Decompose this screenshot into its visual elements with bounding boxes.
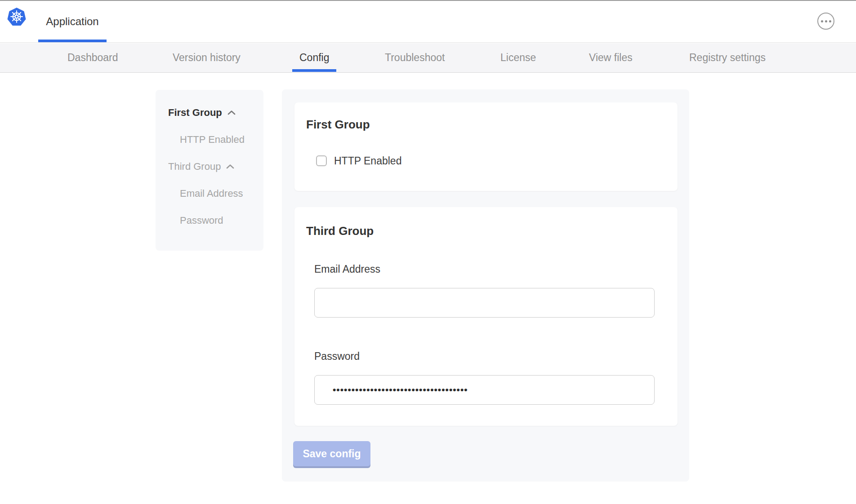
http-enabled-label[interactable]: HTTP Enabled <box>334 155 401 167</box>
tab-license[interactable]: License <box>500 43 536 72</box>
config-group-nav: First Group HTTP Enabled Third Group Ema… <box>156 90 263 251</box>
tab-dashboard[interactable]: Dashboard <box>67 43 118 72</box>
tab-view-files[interactable]: View files <box>589 43 633 72</box>
password-field: Password <box>314 350 666 405</box>
email-address-input[interactable] <box>314 288 655 318</box>
third-group-title: Third Group <box>306 224 666 238</box>
config-nav-password[interactable]: Password <box>180 214 263 227</box>
admin-console-window: Application Dashboard Version history Co… <box>0 0 856 504</box>
email-address-field: Email Address <box>314 263 666 318</box>
ellipsis-icon <box>821 20 823 22</box>
application-tab-label: Application <box>46 15 98 28</box>
application-tab-active-underline <box>38 40 107 42</box>
kubernetes-logo-icon <box>7 7 27 27</box>
section-tab-bar: Dashboard Version history Config Trouble… <box>0 43 856 73</box>
password-input[interactable] <box>314 375 655 405</box>
app-header: Application <box>0 1 856 43</box>
password-label: Password <box>314 350 666 363</box>
first-group-title: First Group <box>306 118 666 131</box>
chevron-up-icon <box>227 110 236 115</box>
config-nav-first-group[interactable]: First Group <box>168 106 263 119</box>
tab-troubleshoot[interactable]: Troubleshoot <box>385 43 445 72</box>
tab-version-history[interactable]: Version history <box>173 43 241 72</box>
application-tab[interactable]: Application <box>38 1 107 42</box>
http-enabled-row: HTTP Enabled <box>316 155 666 167</box>
http-enabled-checkbox[interactable] <box>316 155 327 166</box>
config-panel: First Group HTTP Enabled Third Group Ema… <box>282 89 689 482</box>
config-nav-http-enabled[interactable]: HTTP Enabled <box>180 133 263 146</box>
tab-config[interactable]: Config <box>299 43 329 72</box>
config-nav-email-address[interactable]: Email Address <box>180 187 263 200</box>
config-nav-third-group[interactable]: Third Group <box>168 160 263 173</box>
chevron-up-icon <box>226 164 234 169</box>
tab-registry-settings[interactable]: Registry settings <box>689 43 766 72</box>
config-tab-active-underline <box>292 69 336 72</box>
first-group-card: First Group HTTP Enabled <box>294 102 678 191</box>
save-config-button[interactable]: Save config <box>293 441 370 466</box>
overflow-menu-button[interactable] <box>817 13 834 30</box>
email-address-label: Email Address <box>314 263 666 275</box>
third-group-card: Third Group Email Address Password <box>294 207 678 426</box>
